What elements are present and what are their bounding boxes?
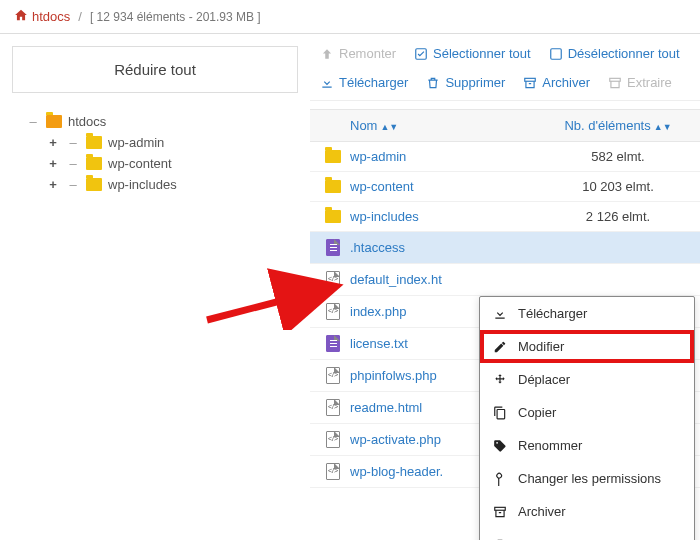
ctx-archive[interactable]: Archiver <box>480 495 694 528</box>
svg-rect-3 <box>610 78 621 81</box>
move-icon <box>492 373 508 387</box>
row-count: 10 203 elmt. <box>548 179 688 194</box>
ctx-download[interactable]: Télécharger <box>480 297 694 330</box>
expand-icon: + <box>46 135 60 150</box>
delete-button[interactable]: Supprimer <box>426 75 505 90</box>
trash-icon <box>426 76 440 90</box>
key-icon <box>492 472 508 486</box>
list-row[interactable]: wp-admin582 elmt. <box>310 142 700 172</box>
svg-rect-1 <box>550 48 561 59</box>
svg-rect-5 <box>495 507 506 510</box>
file-icon <box>326 271 340 288</box>
row-count: 582 elmt. <box>548 149 688 164</box>
folder-icon <box>325 210 341 223</box>
tree-root[interactable]: – htdocs <box>26 111 298 132</box>
expand-icon: + <box>46 177 60 192</box>
folder-icon <box>86 157 102 170</box>
arrow-up-icon <box>320 47 334 61</box>
row-name: .htaccess <box>350 240 548 255</box>
toolbar: Remonter Sélectionner tout Désélectionne… <box>310 46 700 101</box>
ctx-copy[interactable]: Copier <box>480 396 694 429</box>
select-all-button[interactable]: Sélectionner tout <box>414 46 531 61</box>
row-count: 2 126 elmt. <box>548 209 688 224</box>
file-icon <box>326 399 340 416</box>
breadcrumb: htdocs / [ 12 934 éléments - 201.93 MB ] <box>0 0 700 34</box>
ctx-move[interactable]: Déplacer <box>480 363 694 396</box>
row-name: wp-includes <box>350 209 548 224</box>
folder-tree: – htdocs +– wp-admin +– wp-content +– wp… <box>12 111 298 195</box>
extract-icon <box>608 76 622 90</box>
download-icon <box>492 307 508 321</box>
file-icon <box>326 303 340 320</box>
file-icon <box>326 335 340 352</box>
archive-button[interactable]: Archiver <box>523 75 590 90</box>
collapse-all-button[interactable]: Réduire tout <box>12 46 298 93</box>
square-icon <box>549 47 563 61</box>
folder-icon <box>46 115 62 128</box>
download-icon <box>320 76 334 90</box>
svg-rect-2 <box>525 78 536 81</box>
archive-icon <box>523 76 537 90</box>
deselect-all-button[interactable]: Désélectionner tout <box>549 46 680 61</box>
ctx-permissions[interactable]: Changer les permissions <box>480 462 694 495</box>
extract-button[interactable]: Extraire <box>608 75 672 90</box>
sidebar: Réduire tout – htdocs +– wp-admin +– wp-… <box>0 34 310 488</box>
row-name: default_index.ht <box>350 272 548 287</box>
folder-icon <box>325 150 341 163</box>
list-row[interactable]: wp-includes2 126 elmt. <box>310 202 700 232</box>
row-name: wp-admin <box>350 149 548 164</box>
ctx-edit[interactable]: Modifier <box>480 330 694 363</box>
up-button[interactable]: Remonter <box>320 46 396 61</box>
row-name: wp-content <box>350 179 548 194</box>
ctx-delete[interactable]: Supprimer <box>480 528 694 540</box>
sort-icon: ▲▼ <box>654 122 672 132</box>
home-icon <box>14 8 28 25</box>
file-icon <box>326 431 340 448</box>
list-row[interactable]: .htaccess <box>310 232 700 264</box>
tree-item[interactable]: +– wp-admin <box>26 132 298 153</box>
collapse-icon: – <box>26 114 40 129</box>
breadcrumb-root[interactable]: htdocs <box>14 8 70 25</box>
expand-icon: + <box>46 156 60 171</box>
folder-icon <box>86 178 102 191</box>
file-icon <box>326 367 340 384</box>
column-count[interactable]: Nb. d'éléments▲▼ <box>548 118 688 133</box>
context-menu: Télécharger Modifier Déplacer Copier Ren… <box>479 296 695 540</box>
list-header: Nom▲▼ Nb. d'éléments▲▼ <box>310 109 700 142</box>
breadcrumb-info: [ 12 934 éléments - 201.93 MB ] <box>90 10 261 24</box>
list-row[interactable]: default_index.ht <box>310 264 700 296</box>
sort-icon: ▲▼ <box>380 122 398 132</box>
ctx-rename[interactable]: Renommer <box>480 429 694 462</box>
tree-item[interactable]: +– wp-content <box>26 153 298 174</box>
check-square-icon <box>414 47 428 61</box>
archive-icon <box>492 505 508 519</box>
pencil-icon <box>492 340 508 354</box>
list-row[interactable]: wp-content10 203 elmt. <box>310 172 700 202</box>
copy-icon <box>492 406 508 420</box>
file-icon <box>326 463 340 480</box>
tree-item[interactable]: +– wp-includes <box>26 174 298 195</box>
column-name[interactable]: Nom▲▼ <box>322 118 548 133</box>
tag-icon <box>492 439 508 453</box>
file-icon <box>326 239 340 256</box>
folder-icon <box>86 136 102 149</box>
download-button[interactable]: Télécharger <box>320 75 408 90</box>
folder-icon <box>325 180 341 193</box>
breadcrumb-separator: / <box>78 9 82 24</box>
